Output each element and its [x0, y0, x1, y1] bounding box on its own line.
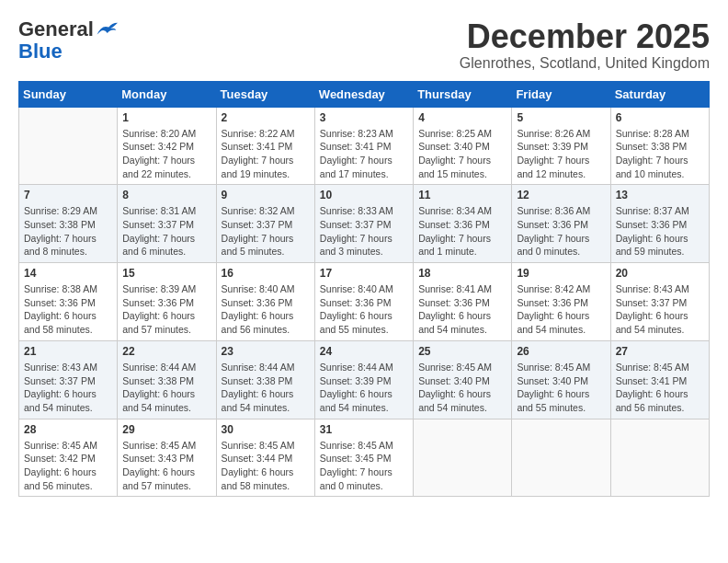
day-info: Sunrise: 8:40 AMSunset: 3:36 PMDaylight:…	[222, 282, 310, 337]
calendar-day-cell: 21Sunrise: 8:43 AMSunset: 3:37 PMDayligh…	[19, 340, 118, 419]
day-info: Sunrise: 8:29 AMSunset: 3:38 PMDaylight:…	[24, 204, 112, 259]
calendar-day-cell: 20Sunrise: 8:43 AMSunset: 3:37 PMDayligh…	[610, 263, 709, 341]
day-info: Sunrise: 8:43 AMSunset: 3:37 PMDaylight:…	[24, 361, 112, 415]
day-info: Sunrise: 8:37 AMSunset: 3:36 PMDaylight:…	[616, 204, 704, 259]
column-header-tuesday: Tuesday	[216, 81, 314, 107]
calendar-day-cell: 18Sunrise: 8:41 AMSunset: 3:36 PMDayligh…	[414, 263, 512, 341]
calendar-day-cell: 29Sunrise: 8:45 AMSunset: 3:43 PMDayligh…	[118, 419, 216, 497]
calendar-day-cell: 1Sunrise: 8:20 AMSunset: 3:42 PMDaylight…	[118, 107, 216, 185]
calendar-day-cell: 6Sunrise: 8:28 AMSunset: 3:38 PMDaylight…	[610, 107, 709, 185]
day-info: Sunrise: 8:40 AMSunset: 3:36 PMDaylight:…	[320, 282, 408, 337]
day-info: Sunrise: 8:38 AMSunset: 3:36 PMDaylight:…	[24, 282, 112, 337]
day-info: Sunrise: 8:22 AMSunset: 3:41 PMDaylight:…	[222, 127, 310, 181]
calendar-day-cell: 13Sunrise: 8:37 AMSunset: 3:36 PMDayligh…	[610, 185, 709, 263]
day-number: 29	[122, 423, 210, 436]
calendar-day-cell: 9Sunrise: 8:32 AMSunset: 3:37 PMDaylight…	[216, 185, 314, 263]
calendar-day-cell: 5Sunrise: 8:26 AMSunset: 3:39 PMDaylight…	[512, 107, 610, 185]
day-number: 10	[320, 189, 408, 201]
day-info: Sunrise: 8:45 AMSunset: 3:45 PMDaylight:…	[320, 439, 408, 493]
column-header-monday: Monday	[118, 81, 216, 107]
day-number: 24	[320, 345, 408, 358]
day-info: Sunrise: 8:45 AMSunset: 3:44 PMDaylight:…	[222, 439, 310, 493]
column-header-saturday: Saturday	[610, 81, 709, 107]
day-number: 14	[24, 267, 112, 280]
month-title: December 2025	[460, 18, 710, 55]
day-info: Sunrise: 8:45 AMSunset: 3:42 PMDaylight:…	[24, 439, 112, 493]
day-info: Sunrise: 8:33 AMSunset: 3:37 PMDaylight:…	[320, 204, 408, 259]
calendar-day-cell: 31Sunrise: 8:45 AMSunset: 3:45 PMDayligh…	[314, 419, 413, 497]
column-header-wednesday: Wednesday	[314, 81, 413, 107]
day-info: Sunrise: 8:42 AMSunset: 3:36 PMDaylight:…	[517, 282, 605, 337]
day-number: 2	[222, 111, 310, 124]
day-info: Sunrise: 8:23 AMSunset: 3:41 PMDaylight:…	[320, 127, 408, 181]
day-info: Sunrise: 8:31 AMSunset: 3:37 PMDaylight:…	[122, 204, 210, 259]
day-number: 25	[418, 345, 506, 358]
calendar-day-cell: 17Sunrise: 8:40 AMSunset: 3:36 PMDayligh…	[314, 263, 413, 341]
day-info: Sunrise: 8:45 AMSunset: 3:41 PMDaylight:…	[616, 361, 704, 415]
day-number: 7	[24, 189, 112, 201]
calendar-day-cell: 7Sunrise: 8:29 AMSunset: 3:38 PMDaylight…	[19, 185, 118, 263]
day-number: 11	[418, 189, 506, 201]
column-header-sunday: Sunday	[19, 81, 118, 107]
column-header-thursday: Thursday	[414, 81, 512, 107]
day-number: 3	[320, 111, 408, 124]
calendar-week-row: 21Sunrise: 8:43 AMSunset: 3:37 PMDayligh…	[19, 340, 710, 419]
calendar-day-cell: 12Sunrise: 8:36 AMSunset: 3:36 PMDayligh…	[512, 185, 610, 263]
calendar-day-cell: 8Sunrise: 8:31 AMSunset: 3:37 PMDaylight…	[118, 185, 216, 263]
day-number: 16	[222, 267, 310, 280]
day-info: Sunrise: 8:44 AMSunset: 3:38 PMDaylight:…	[222, 361, 310, 415]
calendar-week-row: 1Sunrise: 8:20 AMSunset: 3:42 PMDaylight…	[19, 107, 710, 185]
day-number: 6	[616, 111, 704, 124]
day-number: 8	[122, 189, 210, 201]
day-number: 15	[122, 267, 210, 280]
day-number: 20	[616, 267, 704, 280]
day-info: Sunrise: 8:28 AMSunset: 3:38 PMDaylight:…	[616, 127, 704, 181]
page-header: General Blue December 2025 Glenrothes, S…	[18, 18, 710, 72]
calendar-day-cell: 22Sunrise: 8:44 AMSunset: 3:38 PMDayligh…	[118, 340, 216, 419]
day-info: Sunrise: 8:45 AMSunset: 3:40 PMDaylight:…	[517, 361, 605, 415]
calendar-day-cell: 26Sunrise: 8:45 AMSunset: 3:40 PMDayligh…	[512, 340, 610, 419]
day-info: Sunrise: 8:45 AMSunset: 3:43 PMDaylight:…	[122, 439, 210, 493]
day-number: 12	[517, 189, 605, 201]
calendar-day-cell	[610, 419, 709, 497]
logo-bird-icon	[96, 21, 118, 38]
day-number: 9	[222, 189, 310, 201]
calendar-day-cell: 15Sunrise: 8:39 AMSunset: 3:36 PMDayligh…	[118, 263, 216, 341]
calendar-day-cell: 30Sunrise: 8:45 AMSunset: 3:44 PMDayligh…	[216, 419, 314, 497]
day-number: 28	[24, 423, 112, 436]
day-number: 22	[122, 345, 210, 358]
day-number: 5	[517, 111, 605, 124]
calendar-day-cell: 2Sunrise: 8:22 AMSunset: 3:41 PMDaylight…	[216, 107, 314, 185]
calendar-day-cell: 23Sunrise: 8:44 AMSunset: 3:38 PMDayligh…	[216, 340, 314, 419]
day-info: Sunrise: 8:39 AMSunset: 3:36 PMDaylight:…	[122, 282, 210, 337]
logo: General Blue	[18, 18, 118, 63]
calendar-day-cell	[19, 107, 118, 185]
day-number: 1	[122, 111, 210, 124]
calendar-day-cell: 16Sunrise: 8:40 AMSunset: 3:36 PMDayligh…	[216, 263, 314, 341]
day-info: Sunrise: 8:20 AMSunset: 3:42 PMDaylight:…	[122, 127, 210, 181]
logo-blue-text: Blue	[18, 40, 63, 63]
calendar-header-row: SundayMondayTuesdayWednesdayThursdayFrid…	[19, 81, 710, 107]
calendar-week-row: 28Sunrise: 8:45 AMSunset: 3:42 PMDayligh…	[19, 419, 710, 497]
day-number: 23	[222, 345, 310, 358]
day-number: 17	[320, 267, 408, 280]
calendar-day-cell: 28Sunrise: 8:45 AMSunset: 3:42 PMDayligh…	[19, 419, 118, 497]
calendar-day-cell: 14Sunrise: 8:38 AMSunset: 3:36 PMDayligh…	[19, 263, 118, 341]
day-number: 31	[320, 423, 408, 436]
calendar-day-cell: 4Sunrise: 8:25 AMSunset: 3:40 PMDaylight…	[414, 107, 512, 185]
day-number: 27	[616, 345, 704, 358]
calendar-day-cell: 10Sunrise: 8:33 AMSunset: 3:37 PMDayligh…	[314, 185, 413, 263]
day-info: Sunrise: 8:26 AMSunset: 3:39 PMDaylight:…	[517, 127, 605, 181]
column-header-friday: Friday	[512, 81, 610, 107]
day-info: Sunrise: 8:44 AMSunset: 3:39 PMDaylight:…	[320, 361, 408, 415]
day-number: 26	[517, 345, 605, 358]
day-number: 19	[517, 267, 605, 280]
calendar-day-cell: 24Sunrise: 8:44 AMSunset: 3:39 PMDayligh…	[314, 340, 413, 419]
calendar-day-cell: 3Sunrise: 8:23 AMSunset: 3:41 PMDaylight…	[314, 107, 413, 185]
day-info: Sunrise: 8:44 AMSunset: 3:38 PMDaylight:…	[122, 361, 210, 415]
calendar-day-cell: 25Sunrise: 8:45 AMSunset: 3:40 PMDayligh…	[414, 340, 512, 419]
day-number: 13	[616, 189, 704, 201]
calendar-day-cell	[414, 419, 512, 497]
day-info: Sunrise: 8:45 AMSunset: 3:40 PMDaylight:…	[418, 361, 506, 415]
calendar-day-cell: 11Sunrise: 8:34 AMSunset: 3:36 PMDayligh…	[414, 185, 512, 263]
